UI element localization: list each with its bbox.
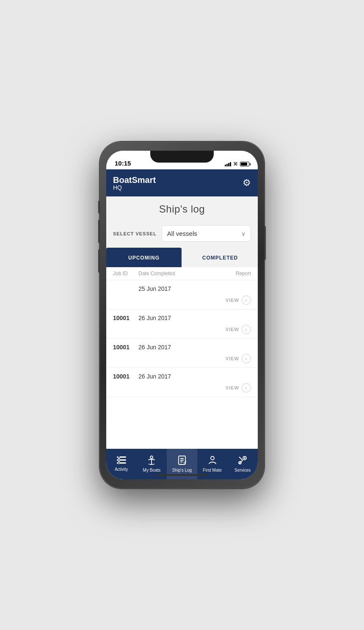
table-row: 10001 26 Jun 2017 VIEW › [106,339,258,368]
col-header-report: Report [236,271,251,276]
svg-point-4 [118,459,120,461]
page-title: Ship's log [106,203,258,215]
nav-label-first-mate: First Mate [203,468,221,473]
row-3-job-id: 10001 [113,344,138,351]
power-button[interactable] [264,226,266,260]
person-icon [208,456,217,466]
nav-label-my-boats: My Boats [143,468,161,473]
col-header-date: Date Completed [138,271,236,276]
view-label-2: VIEW [226,327,239,332]
tools-icon [238,456,247,466]
settings-button[interactable]: ⚙ [243,177,251,188]
header-logo: BoatSmart HQ [113,175,156,191]
phone-wrapper: 10:15 ⌘ [93,133,271,497]
view-label-4: VIEW [226,385,239,390]
battery-icon [240,162,249,166]
table-header-row: Job ID Date Completed Report [106,267,258,280]
row-1-date: 25 Jun 2017 [138,285,251,292]
view-button-3[interactable]: VIEW › [226,354,251,363]
nav-label-ships-log: Ship's Log [172,468,192,473]
tab-upcoming-label: UPCOMING [128,255,160,261]
view-button-1[interactable]: VIEW › [226,296,251,305]
activity-icon [117,456,126,465]
svg-point-3 [118,456,120,458]
table-row: 10001 26 Jun 2017 VIEW › [106,368,258,397]
row-2-job-id: 10001 [113,315,138,321]
svg-point-6 [150,456,153,459]
view-button-4[interactable]: VIEW › [226,383,251,392]
tab-upcoming[interactable]: UPCOMING [106,248,182,267]
nav-label-services: Services [234,468,251,473]
logo-sub: HQ [113,185,156,191]
svg-line-15 [239,457,243,461]
volume-down-button[interactable] [98,249,100,273]
view-arrow-icon-4: › [242,383,251,392]
table-row: 25 Jun 2017 VIEW › [106,280,258,309]
tab-completed[interactable]: COMPLETED [182,248,258,267]
nav-item-activity[interactable]: Activity [106,449,137,479]
view-label-3: VIEW [226,356,239,361]
table-row: 10001 26 Jun 2017 VIEW › [106,309,258,339]
svg-point-5 [118,462,120,464]
volume-mute-button[interactable] [98,201,100,213]
wifi-icon: ⌘ [233,161,238,167]
view-arrow-icon-3: › [242,354,251,363]
phone-outer: 10:15 ⌘ [99,141,265,489]
home-indicator [157,474,207,476]
app-content: BoatSmart HQ ⚙ Ship's log SELECT VESSEL … [106,169,258,479]
row-2-date: 26 Jun 2017 [138,315,251,321]
view-label-1: VIEW [226,298,239,303]
col-header-job-id: Job ID [113,271,138,276]
page-title-area: Ship's log [106,196,258,220]
view-arrow-icon-1: › [242,296,251,305]
log-table: Job ID Date Completed Report 25 Jun 2017… [106,267,258,449]
anchor-icon [147,456,156,466]
signal-icon [225,162,231,166]
phone-screen: 10:15 ⌘ [106,151,258,479]
vessel-dropdown[interactable]: All vessels ∨ [162,225,251,242]
nav-label-activity: Activity [115,467,128,472]
volume-up-button[interactable] [98,220,100,243]
view-arrow-icon-2: › [242,325,251,334]
status-time: 10:15 [115,160,131,168]
notch [150,151,214,163]
vessel-label: SELECT VESSEL [113,231,157,236]
logo-main: BoatSmart [113,175,156,185]
chevron-down-icon: ∨ [241,230,245,237]
vessel-dropdown-value: All vessels [167,230,197,237]
row-3-date: 26 Jun 2017 [138,344,251,351]
tabs-bar: UPCOMING COMPLETED [106,248,258,267]
vessel-selector: SELECT VESSEL All vessels ∨ [106,220,258,248]
row-4-date: 26 Jun 2017 [138,373,251,380]
tab-completed-label: COMPLETED [202,255,238,261]
ships-log-icon [178,456,186,466]
view-button-2[interactable]: VIEW › [226,325,251,334]
app-header: BoatSmart HQ ⚙ [106,169,258,196]
status-icons: ⌘ [225,161,249,168]
row-4-job-id: 10001 [113,373,138,380]
gear-icon: ⚙ [243,177,251,188]
nav-item-services[interactable]: Services [227,449,258,479]
svg-point-12 [211,456,214,460]
